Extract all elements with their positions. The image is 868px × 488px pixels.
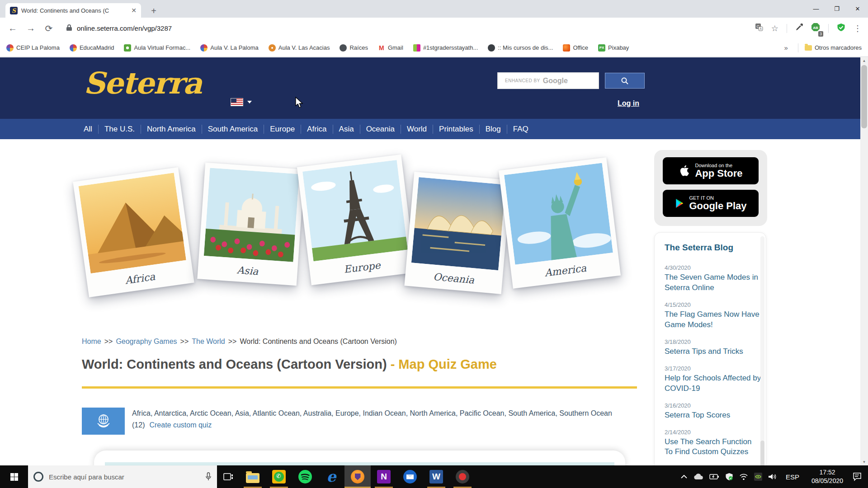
create-custom-quiz-link[interactable]: Create custom quiz <box>149 421 212 429</box>
nav-item-south-america[interactable]: South America <box>202 125 264 134</box>
blog-post-link[interactable]: The Seven Game Modes in Seterra Online <box>665 273 758 292</box>
edge-icon: e <box>325 470 338 483</box>
bookmark-item[interactable]: Raíces <box>340 44 368 52</box>
language-selector[interactable] <box>231 98 252 106</box>
screen-recorder-icon <box>456 470 469 483</box>
nav-item-africa[interactable]: Africa <box>301 125 333 134</box>
nav-item-europe[interactable]: Europe <box>264 125 301 134</box>
taskbar-clock[interactable]: 17:52 08/05/2020 <box>808 468 847 485</box>
task-view-button[interactable] <box>217 465 240 488</box>
nav-item-blog[interactable]: Blog <box>480 125 507 134</box>
nav-item-the-us[interactable]: The U.S. <box>99 125 141 134</box>
app-store-line2: App Store <box>695 168 742 178</box>
breadcrumb-the-world[interactable]: The World <box>192 338 225 345</box>
onedrive-icon[interactable] <box>693 474 703 480</box>
tray-chevron-icon[interactable] <box>680 474 688 479</box>
taskbar-app-word[interactable]: W <box>423 465 449 488</box>
taskbar-app-onenote[interactable]: N <box>371 465 397 488</box>
breadcrumb-separator: >> <box>228 338 237 345</box>
other-bookmarks-button[interactable]: Otros marcadores <box>805 44 862 51</box>
bookmark-item[interactable]: MGmail <box>378 44 403 52</box>
scrollbar-thumb[interactable] <box>861 65 867 128</box>
action-center-icon[interactable] <box>853 472 863 481</box>
nav-item-faq[interactable]: FAQ <box>507 125 534 134</box>
page-scrollbar[interactable]: ▲ ▼ <box>860 57 868 465</box>
reload-button[interactable]: ⟳ <box>40 23 58 34</box>
blog-post-link[interactable]: Seterra Tips and Tricks <box>665 347 743 356</box>
breadcrumb-geography-games[interactable]: Geography Games <box>116 338 177 345</box>
gmail-favicon-icon: M <box>378 44 385 52</box>
file-explorer-icon <box>246 473 259 483</box>
microphone-icon[interactable] <box>205 472 212 481</box>
bookmark-item[interactable]: Aula Virtual Formac... <box>124 44 190 52</box>
taskbar-app-edge[interactable]: e <box>318 465 344 488</box>
taskbar-app-whatsapp[interactable] <box>266 465 292 488</box>
window-minimize-button[interactable]: — <box>806 0 826 18</box>
forward-button[interactable]: → <box>22 23 40 33</box>
site-search-input[interactable]: ENHANCED BY Google <box>497 72 599 89</box>
site-search-button[interactable] <box>605 73 645 89</box>
taskbar-app-avast-browser[interactable] <box>344 465 371 488</box>
back-button[interactable]: ← <box>4 23 22 33</box>
nvidia-icon[interactable] <box>754 473 762 481</box>
address-bar[interactable]: online.seterra.com/en/vgp/3287 <box>77 24 172 32</box>
apple-icon <box>679 164 690 178</box>
nav-item-oceania[interactable]: Oceania <box>360 125 401 134</box>
seterra-logo[interactable]: Seterra <box>84 66 201 101</box>
page-title-text: World: Continents and Oceans (Cartoon Ve… <box>82 357 387 371</box>
wifi-icon[interactable] <box>739 474 748 480</box>
security-shield-icon[interactable] <box>837 23 845 34</box>
bookmark-item[interactable]: Office <box>563 44 588 52</box>
nav-item-all[interactable]: All <box>84 125 99 134</box>
scroll-down-arrow[interactable]: ▼ <box>860 458 868 465</box>
login-link[interactable]: Log in <box>618 99 639 108</box>
taskbar-app-spotify[interactable] <box>292 465 318 488</box>
start-button[interactable] <box>0 465 28 488</box>
speaker-icon[interactable] <box>768 473 777 480</box>
nav-item-printables[interactable]: Printables <box>433 125 480 134</box>
task-view-icon <box>223 472 233 481</box>
taskbar-search-input[interactable]: Escribe aquí para buscar <box>28 465 217 488</box>
blog-scrollbar-thumb[interactable] <box>760 441 764 465</box>
window-maximize-button[interactable]: ❐ <box>826 0 847 18</box>
nav-item-world[interactable]: World <box>401 125 433 134</box>
nav-item-asia[interactable]: Asia <box>333 125 360 134</box>
browser-tab[interactable]: S World: Continents and Oceans (C ✕ <box>5 3 141 18</box>
bookmark-item[interactable]: :: Mis cursos de dis... <box>488 44 553 52</box>
chrome-menu-icon[interactable]: ⋮ <box>854 23 862 33</box>
google-play-badge[interactable]: GET IT ON Google Play <box>663 190 759 217</box>
svg-text:AB: AB <box>813 26 818 30</box>
blog-scrollbar[interactable] <box>760 236 764 465</box>
defender-icon[interactable] <box>725 473 733 481</box>
bookmark-item[interactable]: EducaMadrid <box>70 44 114 52</box>
language-indicator[interactable]: ESP <box>783 473 802 481</box>
bookmarks-overflow-button[interactable]: » <box>784 44 788 52</box>
bookmark-star-icon[interactable]: ☆ <box>771 23 778 33</box>
translate-icon[interactable]: GA <box>755 23 763 33</box>
bookmark-item[interactable]: PXPixabay <box>598 44 629 52</box>
blog-post-link[interactable]: Help for Schools Affected by COVID-19 <box>665 374 761 393</box>
bookmark-item[interactable]: CEIP La Paloma <box>6 44 60 52</box>
taskbar-app-file-explorer[interactable] <box>240 465 266 488</box>
bookmark-item[interactable]: Aula V. La Paloma <box>200 44 258 52</box>
blog-post-link[interactable]: Seterra Top Scores <box>665 411 730 419</box>
window-close-button[interactable]: ✕ <box>847 0 868 18</box>
blog-post-link[interactable]: Use The Search Function To Find Custom Q… <box>665 437 751 456</box>
blog-post-link[interactable]: The Flag Games Now Have Game Modes! <box>665 310 760 329</box>
battery-icon[interactable] <box>709 474 719 480</box>
bookmark-item[interactable]: #1stgradersstayath... <box>413 44 478 52</box>
site-header: Seterra ENHANCED BY Google Log in <box>0 57 860 119</box>
bookmark-item[interactable]: Aula V. Las Acacias <box>269 44 330 52</box>
taskbar-app-screen-recorder[interactable] <box>449 465 476 488</box>
quiz-preview-area <box>105 462 614 465</box>
nav-item-north-america[interactable]: North America <box>141 125 202 134</box>
padlock-icon[interactable] <box>66 24 72 33</box>
adblock-extension-icon[interactable]: AB 3 <box>811 23 820 34</box>
new-tab-button[interactable]: + <box>147 5 160 17</box>
scroll-up-arrow[interactable]: ▲ <box>860 57 868 64</box>
eyedropper-extension-icon[interactable] <box>795 23 803 33</box>
breadcrumb-home[interactable]: Home <box>82 338 101 345</box>
tab-close-icon[interactable]: ✕ <box>131 7 137 14</box>
taskbar-app-mail[interactable] <box>397 465 423 488</box>
app-store-badge[interactable]: Download on the App Store <box>663 157 759 184</box>
